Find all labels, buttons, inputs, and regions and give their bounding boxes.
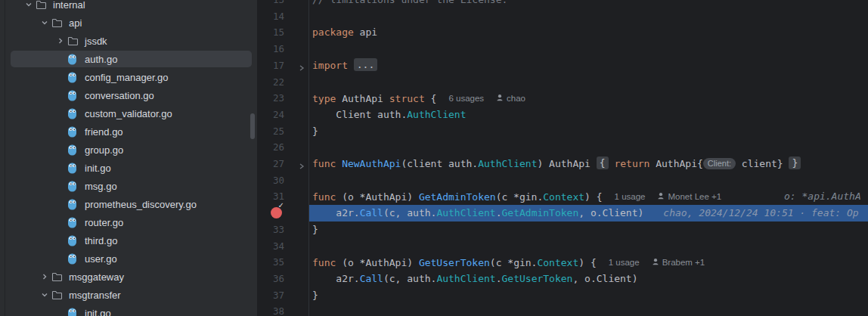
code-line-17[interactable]: 17import ... (257, 57, 868, 74)
line-number: 13 (257, 0, 284, 8)
go-file-icon (67, 216, 84, 228)
code-line-15[interactable]: 15package api (257, 24, 868, 41)
tree-item-user.go[interactable]: user.go (0, 249, 257, 268)
code-token: (c * (490, 257, 513, 268)
breakpoint-icon[interactable] (271, 207, 282, 218)
tree-item-jssdk[interactable]: jssdk (0, 32, 257, 50)
code-token: type (312, 93, 336, 104)
go-file-icon (67, 71, 84, 83)
code-line-23[interactable]: 23type AuthApi struct {6 usageschao (257, 90, 868, 107)
code-line-25[interactable]: 25} (257, 123, 868, 140)
code-token: return (614, 158, 649, 169)
tree-item-prometheus_discovery.go[interactable]: prometheus_discovery.go (0, 195, 257, 213)
code-line-30[interactable]: 30 (257, 172, 868, 189)
line-number: 22 (257, 74, 284, 91)
code-token: GetUserToken (419, 257, 490, 268)
folded-region[interactable]: ... (354, 58, 377, 71)
code-token (783, 158, 789, 169)
tree-item-init.go[interactable]: init.go (0, 159, 257, 177)
tree-item-auth.go[interactable]: auth.go (0, 50, 257, 68)
chevron-right-icon[interactable] (37, 271, 51, 283)
line-number: 25 (257, 123, 284, 140)
code-line-38[interactable]: 38 (257, 303, 868, 316)
chevron-spacer (53, 53, 67, 65)
tree-item-label: user.go (84, 253, 117, 265)
tree-item-friend.go[interactable]: friend.go (0, 122, 257, 141)
go-file-icon (67, 125, 84, 138)
chevron-down-icon[interactable] (37, 289, 51, 301)
code-line-35[interactable]: 35func (o *AuthApi) GetUserToken(c *gin.… (257, 254, 868, 271)
author-icon (657, 188, 665, 205)
code-token: auth. (407, 207, 436, 218)
code-line-24[interactable]: 24 Client auth.AuthClient (257, 107, 868, 123)
code-line-13[interactable]: 13// limitations under the License. (257, 0, 868, 8)
author-inlay[interactable]: Brabem +1 (652, 254, 705, 271)
usages-inlay[interactable]: 1 usage (615, 188, 646, 205)
fold-icon[interactable] (298, 60, 307, 70)
tree-item-conversation.go[interactable]: conversation.go (0, 86, 257, 104)
code-line-27[interactable]: 27func NewAuthApi(client auth.AuthClient… (257, 156, 868, 172)
tree-item-custom_validator.go[interactable]: custom_validator.go (0, 104, 257, 122)
tree-item-label: group.go (84, 144, 123, 156)
tree-item-group.go[interactable]: group.go (0, 141, 257, 159)
go-file-icon (67, 252, 84, 265)
chevron-spacer (53, 252, 67, 265)
code-token: package (312, 26, 354, 38)
code-line-31[interactable]: 31o: *api.AuthAfunc (o *AuthApi) GetAdmi… (257, 188, 868, 205)
code-line-16[interactable]: 16 (257, 41, 868, 57)
code-token: . (496, 273, 502, 284)
author-inlay[interactable]: chao (496, 90, 525, 107)
code-token: api (354, 26, 377, 38)
code-editor[interactable]: 13// limitations under the License.1415p… (257, 0, 868, 316)
tree-item-third.go[interactable]: third.go (0, 231, 257, 249)
tree-item-api[interactable]: api (0, 14, 257, 32)
code-line-14[interactable]: 14 (257, 8, 868, 25)
code-comment: // limitations under the License. (312, 0, 507, 5)
go-file-icon (67, 107, 84, 119)
go-file-icon (67, 144, 84, 156)
code-line-37[interactable]: 37} (257, 287, 868, 304)
code-line-33[interactable]: 33} (257, 222, 868, 238)
tree-item-label: msg.go (84, 181, 117, 192)
code-line-34[interactable]: 34 (257, 238, 868, 255)
line-number: 33 (257, 222, 284, 238)
line-number: 34 (257, 238, 284, 255)
code-line-22[interactable]: 22 (257, 74, 868, 91)
chevron-spacer (53, 162, 67, 174)
code-line-26[interactable]: 26 (257, 139, 868, 156)
line-number: 14 (257, 8, 284, 25)
code-token: Context (543, 191, 584, 203)
tree-item-config_manager.go[interactable]: config_manager.go (0, 68, 257, 86)
code-token: AuthClient (478, 158, 537, 169)
folded-region[interactable]: } (789, 156, 801, 169)
chevron-spacer (53, 307, 67, 316)
chevron-down-icon[interactable] (21, 0, 36, 11)
author-inlay[interactable]: Monet Lee +1 (657, 188, 721, 205)
folder-icon (67, 35, 84, 47)
chevron-right-icon[interactable] (53, 35, 67, 47)
code-token: Context (537, 257, 578, 268)
chevron-spacer (53, 180, 67, 192)
tree-item-msggateway[interactable]: msggateway (0, 268, 257, 286)
folder-icon (36, 0, 52, 11)
tree-item-msg.go[interactable]: msg.go (0, 177, 257, 195)
usages-inlay[interactable]: 1 usage (609, 254, 640, 271)
usages-inlay[interactable]: 6 usages (448, 90, 484, 107)
tree-scrollbar-thumb[interactable] (250, 113, 255, 139)
tree-item-label: init.go (84, 308, 111, 316)
code-token: . (496, 207, 502, 218)
chevron-spacer (53, 198, 67, 210)
tree-item-init.go[interactable]: init.go (0, 304, 257, 316)
tree-item-internal[interactable]: internal (0, 0, 257, 14)
tree-item-label: init.go (84, 163, 111, 174)
tree-item-msgtransfer[interactable]: msgtransfer (0, 286, 257, 304)
code-token: ) AuthApi (537, 158, 596, 169)
code-line-32[interactable]: a2r.Call(c, auth.AuthClient.GetAdminToke… (257, 205, 868, 222)
chevron-down-icon[interactable] (37, 17, 51, 29)
fold-icon[interactable] (298, 159, 307, 168)
code-line-36[interactable]: 36 a2r.Call(c, auth.AuthClient.GetUserTo… (257, 271, 868, 287)
code-token: AuthClient (436, 207, 495, 218)
tree-item-router.go[interactable]: router.go (0, 213, 257, 231)
folded-region[interactable]: { (597, 156, 609, 169)
tree-item-label: internal (52, 0, 85, 11)
